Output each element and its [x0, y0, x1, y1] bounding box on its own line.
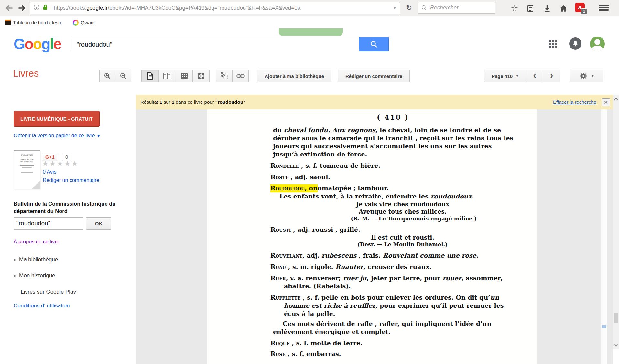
divider — [51, 4, 51, 12]
settings-button[interactable]: ▼ — [570, 70, 603, 82]
thumb-title: BULLETIN — [14, 154, 40, 156]
avatar[interactable] — [590, 37, 605, 51]
bookmark-label: Tableau de bord ‹ lesp... — [13, 20, 65, 25]
download-icon[interactable] — [542, 3, 552, 14]
page-nav-group: Page 410 ▼ ‹ › — [484, 70, 560, 82]
star-rating[interactable]: ★★★★★ — [42, 159, 79, 168]
next-page-button[interactable]: › — [543, 70, 560, 82]
inner-scrollbar-track[interactable] — [601, 109, 607, 364]
scan-line: Rondelle , s. f. tonneau de bière. — [270, 162, 516, 170]
scan-line: Je vais vire ches roudoudoux — [290, 200, 516, 208]
bookmark-item[interactable]: Qwant — [71, 19, 96, 27]
logo-letter: l — [50, 36, 53, 52]
clip-scissors-icon[interactable] — [216, 70, 233, 82]
back-icon[interactable] — [3, 2, 15, 14]
page-selector-button[interactable]: Page 410 ▼ — [484, 70, 526, 82]
chevron-down-icon: ▼ — [516, 74, 519, 78]
inner-scrollbar-thumb[interactable] — [602, 325, 606, 328]
chevron-down-icon: ▼ — [592, 74, 594, 78]
forward-icon[interactable] — [16, 2, 28, 14]
scan-line: Les enfants vont, à la retraite, entendr… — [279, 192, 516, 200]
google-logo[interactable]: Google — [14, 35, 61, 53]
free-ebook-button[interactable]: LIVRE NUMÉRIQUE - GRATUIT — [14, 111, 100, 127]
books-search-input[interactable] — [72, 37, 359, 51]
write-review-link[interactable]: Rédiger un commentaire — [43, 177, 99, 183]
sidebar-item-my-library[interactable]: ▸ Ma bibliothèque — [14, 256, 58, 263]
search-hit-highlight: , on — [305, 185, 318, 192]
scan-line: Rouvelant, adj. rubescens , frais. Rouve… — [270, 252, 516, 260]
gear-icon — [579, 72, 588, 80]
write-review-group: Rédiger un commentaire — [338, 70, 410, 82]
in-book-search-input[interactable] — [14, 218, 83, 229]
two-page-view-icon[interactable] — [158, 70, 176, 82]
reload-icon[interactable]: ↻ — [404, 3, 415, 14]
previous-page-button[interactable]: ‹ — [526, 70, 543, 82]
zoom-group — [99, 70, 131, 82]
about-this-book-link[interactable]: À propos de ce livre — [14, 239, 59, 245]
menu-icon[interactable] — [599, 4, 609, 12]
scan-line: Aveuque tous ches milices. — [290, 208, 516, 215]
scroll-up-icon[interactable] — [613, 95, 619, 102]
zoom-out-icon[interactable] — [115, 70, 131, 82]
browser-search-input[interactable] — [429, 4, 489, 11]
sidebar-item-my-history[interactable]: ▸ Mon historique — [14, 273, 55, 279]
scan-page-number: ( 410 ) — [270, 113, 516, 121]
triangle-right-icon: ▸ — [14, 257, 16, 262]
scan-line: du cheval fondu. Aux rognons, le cheval,… — [273, 126, 516, 158]
reading-list-icon[interactable] — [525, 3, 536, 14]
avira-extension-icon[interactable]: a 1 — [575, 3, 585, 12]
browser-search-box[interactable] — [418, 2, 495, 14]
sidebar-item-google-play-books[interactable]: Livres sur Google Play — [21, 289, 76, 295]
book-title: Bulletin de la Commission historique du … — [14, 200, 120, 215]
scanned-book-page[interactable]: ( 410 ) du cheval fondu. Aux rognons, le… — [207, 109, 537, 364]
qwant-favicon — [73, 20, 79, 26]
url-dropdown-icon[interactable]: ▼ — [390, 6, 400, 10]
books-search-box — [72, 37, 359, 51]
url-bar[interactable]: https://books.google.fr/books?id=-MHA7U3… — [30, 2, 400, 14]
button-label: Ajouter à ma bibliothèque — [265, 73, 324, 79]
page-scan-area: ( 410 ) du cheval fondu. Aux rognons, le… — [136, 109, 613, 364]
close-icon[interactable]: ✕ — [602, 98, 610, 106]
logo-letter: g — [41, 36, 50, 52]
tools-group — [216, 70, 249, 82]
reviews-link[interactable]: 0 Avis — [43, 169, 56, 175]
bookmark-label: Qwant — [81, 20, 95, 25]
fullscreen-icon[interactable] — [192, 70, 210, 82]
get-print-copy-link[interactable]: Obtenir la version papier de ce livre ▼ — [14, 133, 101, 139]
lock-icon[interactable] — [42, 4, 48, 12]
thumbnail-view-icon[interactable] — [176, 70, 193, 82]
clear-search-link[interactable]: Effacer la recherche — [553, 99, 596, 105]
bookmark-item[interactable]: Tableau de bord ‹ lesp... — [4, 19, 66, 26]
notification-toast — [279, 28, 343, 36]
write-review-button[interactable]: Rédiger un commentaire — [338, 70, 410, 82]
book-cover-thumbnail[interactable]: BULLETIN COMMISSION HISTORIQUE — [14, 150, 40, 189]
zoom-in-icon[interactable] — [99, 70, 115, 82]
terms-of-service-link[interactable]: Conditions d' utilisation — [14, 303, 70, 309]
ok-button[interactable]: OK — [86, 217, 111, 230]
viewer-scrollbar[interactable] — [613, 95, 619, 349]
page-selector-label: Page 410 — [492, 73, 513, 79]
info-icon[interactable] — [33, 4, 40, 12]
scroll-down-icon[interactable] — [613, 342, 619, 349]
scrollbar-thumb[interactable] — [614, 313, 618, 323]
result-message: Résultat 1 sur 1 dans ce livre pour "rou… — [140, 99, 245, 105]
chevron-right-icon: › — [550, 72, 553, 79]
scan-line: Rufflette , s. f. pelle en bois pour enl… — [270, 294, 516, 318]
search-button[interactable] — [359, 37, 389, 51]
home-icon[interactable] — [558, 3, 569, 14]
add-to-library-button[interactable]: Ajouter à ma bibliothèque — [257, 70, 331, 82]
notifications-bell-icon[interactable] — [569, 37, 581, 50]
link-label: Obtenir la version papier de ce livre — [14, 133, 95, 138]
scan-line: (B.-M. — Le Tourquennois engagé milice ) — [270, 215, 477, 222]
search-result-banner: Résultat 1 sur 1 dans ce livre pour "rou… — [136, 95, 619, 109]
google-header: Google — [0, 28, 619, 60]
apps-grid-icon[interactable] — [549, 40, 558, 48]
nav-label: Ma bibliothèque — [19, 256, 58, 263]
search-icon — [370, 40, 378, 48]
link-icon[interactable] — [232, 70, 249, 82]
scan-line: Ruer, v. a. renverser; ruer ju, jeter pa… — [270, 274, 516, 290]
browser-toolbar: https://books.google.fr/books?id=-MHA7U3… — [0, 0, 619, 16]
bookmark-star-icon[interactable]: ☆ — [509, 3, 520, 14]
single-page-view-icon[interactable] — [141, 70, 159, 82]
books-brand[interactable]: Livres — [13, 68, 39, 79]
